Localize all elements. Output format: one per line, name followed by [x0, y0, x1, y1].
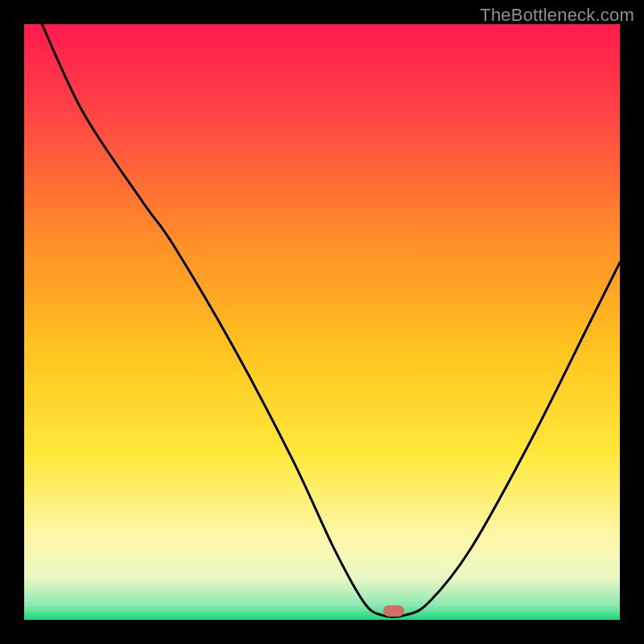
- watermark-text: TheBottleneck.com: [480, 5, 634, 26]
- chart-frame: TheBottleneck.com: [0, 0, 644, 644]
- curve-layer: [24, 24, 620, 620]
- bottleneck-curve: [42, 24, 620, 617]
- plot-area: [24, 24, 620, 620]
- optimal-marker: [383, 605, 404, 617]
